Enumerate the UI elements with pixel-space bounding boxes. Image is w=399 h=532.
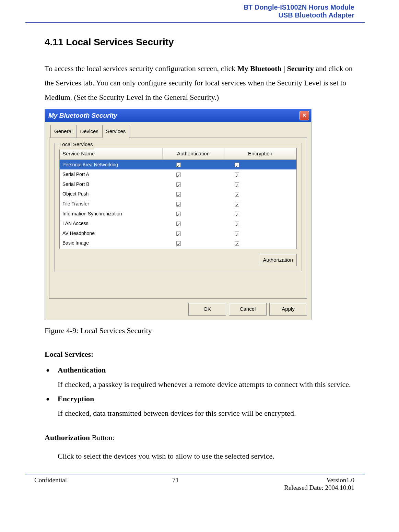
authorization-row: Authorization bbox=[59, 254, 297, 267]
tab-panel: Local Services Service Name Authenticati… bbox=[49, 138, 307, 299]
bullet-content: AuthenticationIf checked, a passkey is r… bbox=[58, 363, 354, 392]
bullet-desc: If checked, data transmitted between dev… bbox=[58, 406, 354, 421]
footer-right: Version1.0 Released Date: 2004.10.01 bbox=[284, 476, 354, 492]
authorization-heading: Authorization Button: bbox=[45, 430, 354, 445]
encryption-checkbox[interactable] bbox=[235, 182, 239, 187]
local-services-fieldset: Local Services Service Name Authenticati… bbox=[54, 143, 302, 271]
encryption-cell bbox=[224, 209, 296, 218]
authentication-checkbox[interactable] bbox=[176, 182, 181, 187]
dialog-body: General Devices Services Local Services … bbox=[45, 122, 311, 320]
authentication-cell bbox=[163, 160, 224, 169]
bullet-desc: If checked, a passkey is required whenev… bbox=[58, 377, 354, 392]
encryption-cell bbox=[224, 229, 296, 238]
footer-left: Confidential bbox=[34, 476, 67, 492]
authorization-button[interactable]: Authorization bbox=[259, 254, 297, 267]
authorization-rest: Button: bbox=[90, 433, 115, 442]
bullet-content: EncryptionIf checked, data transmitted b… bbox=[58, 392, 354, 421]
col-encryption[interactable]: Encryption bbox=[224, 148, 296, 159]
header-line-2: USB Bluetooth Adapter bbox=[0, 11, 354, 19]
dialog-title: My Bluetooth Security bbox=[48, 109, 117, 122]
list-row[interactable]: Object Push bbox=[60, 189, 296, 199]
section-heading: 4.11 Local Services Security bbox=[45, 33, 354, 51]
encryption-checkbox[interactable] bbox=[235, 173, 239, 177]
tab-devices-label: Devices bbox=[80, 128, 98, 134]
encryption-checkbox[interactable] bbox=[235, 212, 239, 216]
page-footer: Confidential 71 Version1.0 Released Date… bbox=[0, 476, 399, 498]
list-row[interactable]: Basic Image bbox=[60, 238, 296, 248]
encryption-checkbox[interactable] bbox=[235, 192, 239, 197]
tab-general-label: General bbox=[54, 128, 72, 134]
encryption-cell bbox=[224, 219, 296, 228]
footer-page: 71 bbox=[67, 476, 284, 492]
bullet-marker-icon: ● bbox=[46, 392, 58, 421]
authentication-checkbox[interactable] bbox=[176, 222, 181, 226]
encryption-cell bbox=[224, 180, 296, 189]
authentication-checkbox[interactable] bbox=[176, 173, 181, 177]
list-row[interactable]: Personal Area Networking bbox=[60, 160, 296, 170]
list-row[interactable]: File Transfer bbox=[60, 199, 296, 209]
close-button[interactable]: × bbox=[300, 111, 309, 120]
list-row[interactable]: LAN Access bbox=[60, 218, 296, 228]
tab-services[interactable]: Services bbox=[102, 125, 130, 138]
encryption-cell bbox=[224, 160, 296, 169]
footer-version: Version1.0 bbox=[284, 476, 354, 484]
encryption-checkbox[interactable] bbox=[235, 222, 239, 226]
authentication-checkbox[interactable] bbox=[176, 212, 181, 216]
local-services-heading: Local Services: bbox=[45, 347, 354, 362]
encryption-checkbox[interactable] bbox=[235, 241, 239, 246]
bullet-item: ●AuthenticationIf checked, a passkey is … bbox=[46, 363, 354, 392]
bullet-title: Authentication bbox=[58, 363, 354, 377]
authentication-cell bbox=[163, 180, 224, 189]
intro-text-pre: To access the local services security co… bbox=[45, 64, 237, 73]
authentication-checkbox[interactable] bbox=[176, 192, 181, 197]
encryption-checkbox[interactable] bbox=[235, 232, 239, 236]
service-name-cell: LAN Access bbox=[60, 219, 163, 228]
page-header: BT Dongle-IS1002N Horus Module USB Bluet… bbox=[0, 3, 399, 22]
list-row[interactable]: Serial Port B bbox=[60, 179, 296, 189]
list-row[interactable]: Serial Port A bbox=[60, 169, 296, 179]
list-header: Service Name Authentication Encryption bbox=[59, 148, 297, 160]
service-name-cell: Information Synchronization bbox=[60, 209, 163, 218]
tab-general[interactable]: General bbox=[50, 125, 76, 138]
authentication-cell bbox=[163, 219, 224, 228]
encryption-cell bbox=[224, 189, 296, 199]
authentication-cell bbox=[163, 248, 224, 249]
encryption-cell bbox=[224, 199, 296, 209]
list-row[interactable]: Information Synchronization bbox=[60, 209, 296, 219]
col-service-name[interactable]: Service Name bbox=[60, 148, 163, 159]
authentication-cell bbox=[163, 229, 224, 238]
service-name-cell: Headset AG bbox=[60, 248, 163, 249]
encryption-checkbox[interactable] bbox=[235, 202, 239, 206]
figure-caption: Figure 4-9: Local Services Security bbox=[45, 323, 354, 338]
footer-divider bbox=[25, 474, 365, 474]
tab-services-label: Services bbox=[106, 128, 126, 134]
authentication-checkbox[interactable] bbox=[176, 202, 181, 206]
fieldset-legend: Local Services bbox=[58, 140, 94, 150]
header-line-1: BT Dongle-IS1002N Horus Module bbox=[0, 3, 354, 11]
intro-paragraph: To access the local services security co… bbox=[45, 61, 354, 104]
titlebar: My Bluetooth Security × bbox=[45, 109, 311, 122]
tab-devices[interactable]: Devices bbox=[76, 125, 102, 138]
apply-button[interactable]: Apply bbox=[269, 303, 307, 316]
close-icon: × bbox=[303, 109, 306, 121]
authentication-checkbox[interactable] bbox=[176, 163, 181, 167]
authorization-desc: Click to select the devices you wish to … bbox=[45, 449, 354, 463]
authentication-checkbox[interactable] bbox=[176, 241, 181, 246]
tabs-row: General Devices Services bbox=[50, 125, 307, 138]
authentication-cell bbox=[163, 170, 224, 179]
authorization-bold: Authorization bbox=[45, 433, 90, 442]
dialog-buttons: OK Cancel Apply bbox=[49, 303, 307, 316]
authentication-checkbox[interactable] bbox=[176, 232, 181, 236]
encryption-checkbox[interactable] bbox=[235, 163, 239, 167]
authentication-cell bbox=[163, 209, 224, 218]
cancel-button[interactable]: Cancel bbox=[229, 303, 267, 316]
list-row[interactable]: AV Headphone bbox=[60, 228, 296, 238]
bullet-list: ●AuthenticationIf checked, a passkey is … bbox=[45, 363, 354, 420]
ok-button[interactable]: OK bbox=[188, 303, 226, 316]
col-authentication[interactable]: Authentication bbox=[163, 148, 224, 159]
authentication-cell bbox=[163, 199, 224, 209]
encryption-cell bbox=[224, 238, 296, 248]
service-name-cell: File Transfer bbox=[60, 199, 163, 209]
authentication-cell bbox=[163, 189, 224, 199]
footer-released: Released Date: 2004.10.01 bbox=[284, 484, 354, 492]
